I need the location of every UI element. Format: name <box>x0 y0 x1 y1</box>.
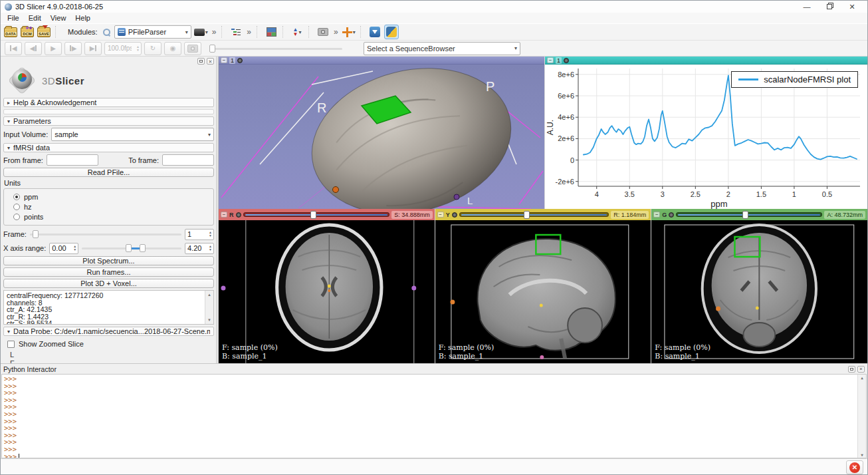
x-max-spinbox[interactable]: ▲▼ <box>185 243 214 254</box>
view-collapse-button[interactable]: − <box>547 57 554 63</box>
crosshair-button[interactable]: ▾ <box>342 25 356 39</box>
toolbar-overflow[interactable]: » <box>332 27 340 37</box>
x-axis-range-slider[interactable] <box>82 242 181 254</box>
module-selector-combo[interactable]: PFileParser ▾ <box>114 25 191 39</box>
plot-view[interactable]: − 1 43.532.521.510.58e+66e+64e+62e+60-2e… <box>544 57 867 209</box>
python-console-scrollbar[interactable]: ▲ ▼ <box>857 375 866 458</box>
expanded-arrow-icon: ▾ <box>7 145 10 151</box>
x-min-input[interactable] <box>50 244 70 252</box>
green-slice-slider[interactable] <box>676 212 822 217</box>
x-min-spinbox[interactable]: ▲▼ <box>49 243 78 254</box>
python-prompt-line: >>> <box>4 403 855 410</box>
view-pin-icon[interactable] <box>564 58 569 63</box>
header-info-textbox[interactable]: centralFrequency: 1277127260 channels: 8… <box>3 290 214 325</box>
error-log-button[interactable]: ✕ <box>846 460 863 474</box>
info-scrollbar[interactable]: ▲▼ <box>205 291 213 324</box>
help-acknowledgement-section[interactable]: ▸ Help & Acknowledgement <box>3 98 214 107</box>
python-interactor-button[interactable] <box>384 25 399 39</box>
close-button[interactable]: ✕ <box>841 1 863 12</box>
from-frame-input[interactable] <box>47 154 98 166</box>
restore-views-button[interactable]: ▲▼ ▾ <box>290 25 304 39</box>
green-slice-view[interactable]: F: sample (0%) B: sample_1 <box>651 220 867 363</box>
scroll-up-icon[interactable]: ▲ <box>861 375 863 380</box>
view-collapse-button[interactable]: − <box>221 212 227 218</box>
screenshot-button[interactable]: ▾ <box>193 25 209 39</box>
module-panel-scrollbar[interactable] <box>216 57 218 363</box>
restore-button[interactable] <box>818 1 841 12</box>
spin-arrows-icon[interactable]: ▲▼ <box>73 245 78 251</box>
module-search-icon[interactable] <box>102 28 110 36</box>
legend-label: scalarNodeFMRSI plot <box>764 75 851 84</box>
run-frames-button[interactable]: Run frames... <box>3 267 214 277</box>
seq-play-button[interactable]: ▶ <box>45 42 62 55</box>
plot-spectrum-button[interactable]: Plot Spectrum... <box>3 256 214 265</box>
seq-first-frame-button[interactable]: ◀ <box>5 42 22 55</box>
python-close-button[interactable]: ✕ <box>857 366 865 373</box>
dicom-button[interactable]: DCM <box>20 25 35 39</box>
spin-arrows-icon[interactable]: ▲▼ <box>209 245 213 251</box>
svg-text:6e+6: 6e+6 <box>558 92 574 100</box>
data-probe-section[interactable]: ▾ Data Probe: C:/dev/1.namic/secuencia..… <box>3 327 214 336</box>
threed-view[interactable]: − 1 <box>219 57 544 209</box>
toolbar-overflow[interactable]: » <box>211 27 218 37</box>
frame-slider[interactable] <box>30 228 181 240</box>
frame-value-input[interactable] <box>185 230 205 238</box>
view-collapse-button[interactable]: − <box>437 212 444 218</box>
sequence-browser-combo[interactable]: Select a SequenceBrowser ▾ <box>364 42 520 55</box>
extensions-manager-button[interactable] <box>368 25 382 39</box>
menu-view[interactable]: View <box>47 13 70 23</box>
toolbar-overflow[interactable]: » <box>245 27 253 37</box>
minimize-button[interactable]: — <box>796 1 818 12</box>
show-zoomed-slice-checkbox[interactable] <box>7 341 15 348</box>
radio-ppm[interactable]: ppm <box>13 192 208 202</box>
svg-text:1: 1 <box>792 190 796 198</box>
seq-loop-button[interactable]: ↻ <box>144 42 162 55</box>
seq-next-frame-button[interactable]: ▶ <box>64 42 82 55</box>
fmrsi-data-section[interactable]: ▾ fMRSI data <box>3 143 214 152</box>
input-volume-combo[interactable]: sample ▾ <box>51 128 214 141</box>
yellow-slice-slider[interactable] <box>459 212 609 217</box>
fps-input[interactable] <box>105 45 132 52</box>
radio-hz[interactable]: hz <box>13 202 208 212</box>
python-console[interactable]: >>>>>>>>>>>>>>>>>>>>>>>>>>>>>>>>>>>> ▲ ▼ <box>1 374 867 458</box>
green-slice-controller: − G A: 48.732mm <box>651 209 867 220</box>
fps-spinbox[interactable]: ▲▼ <box>104 42 142 55</box>
view-pin-icon[interactable] <box>452 212 457 218</box>
frame-spinbox[interactable]: ▲▼ <box>185 229 214 240</box>
menu-help[interactable]: Help <box>71 13 94 23</box>
python-undock-button[interactable] <box>848 366 855 373</box>
red-slice-slider[interactable] <box>243 212 390 217</box>
module-icon <box>118 28 126 36</box>
seq-snapshot-button[interactable] <box>184 42 201 55</box>
view-pin-icon[interactable] <box>669 212 674 218</box>
plot-3d-voxel-button[interactable]: Plot 3D + Voxel... <box>3 279 214 288</box>
spin-arrows-icon[interactable]: ▲▼ <box>209 231 213 238</box>
seq-record-button[interactable]: ◉ <box>164 42 181 55</box>
seq-previous-frame-button[interactable]: ◀ <box>25 42 42 55</box>
show-zoomed-slice-row[interactable]: Show Zoomed Slice <box>7 339 214 349</box>
save-button[interactable]: SAVE <box>37 25 51 39</box>
view-pin-icon[interactable] <box>236 212 241 218</box>
panel-close-button[interactable]: ✕ <box>207 58 214 65</box>
seq-frame-slider[interactable] <box>209 43 342 55</box>
menu-edit[interactable]: Edit <box>25 13 45 23</box>
scroll-down-icon[interactable]: ▼ <box>861 452 863 457</box>
parameters-section[interactable]: ▾ Parameters <box>3 116 214 126</box>
panel-undock-button[interactable] <box>197 58 205 65</box>
view-collapse-button[interactable]: − <box>653 212 660 218</box>
radio-points[interactable]: points <box>13 212 208 222</box>
capture-button[interactable] <box>316 25 330 39</box>
view-pin-icon[interactable] <box>237 58 243 63</box>
to-frame-input[interactable] <box>162 154 214 166</box>
yellow-slice-view[interactable]: F: sample (0%) B: sample_1 <box>435 220 651 363</box>
menu-file[interactable]: File <box>3 13 23 23</box>
red-slice-view[interactable]: F: sample (0%) B: sample_1 <box>219 220 435 363</box>
view-collapse-button[interactable]: − <box>221 57 227 63</box>
layout-selector-button[interactable] <box>264 25 278 39</box>
seq-last-frame-button[interactable]: ▶ <box>84 42 102 55</box>
module-history-button[interactable] <box>229 25 243 39</box>
load-data-button[interactable]: DATA <box>3 25 18 39</box>
read-pfile-button[interactable]: Read PFile... <box>3 168 214 177</box>
x-max-input[interactable] <box>185 244 205 252</box>
spin-arrows-icon[interactable]: ▲▼ <box>136 45 141 52</box>
